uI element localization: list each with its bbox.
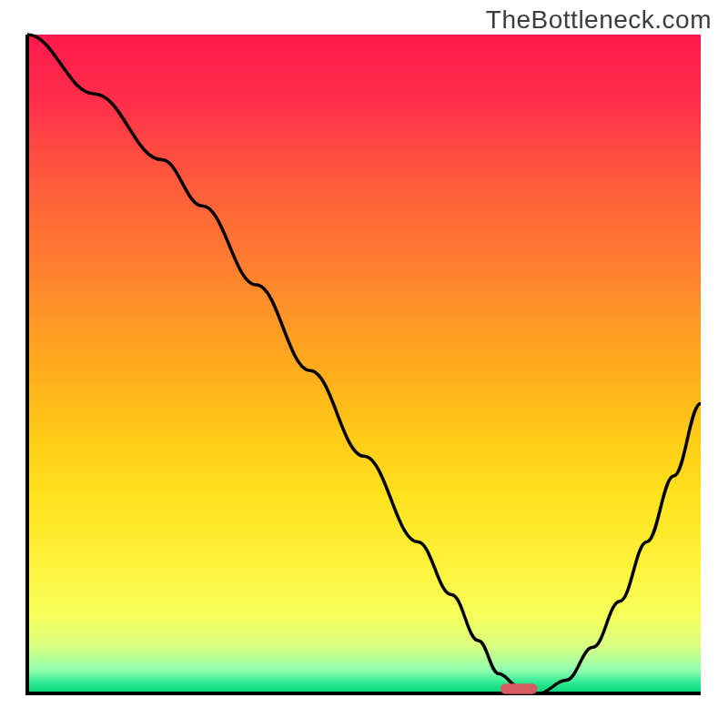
chart-frame: TheBottleneck.com (0, 0, 728, 728)
plot-background (27, 35, 701, 693)
optimal-point-marker (500, 683, 538, 694)
bottleneck-chart (0, 0, 728, 728)
watermark-label: TheBottleneck.com (486, 5, 712, 35)
